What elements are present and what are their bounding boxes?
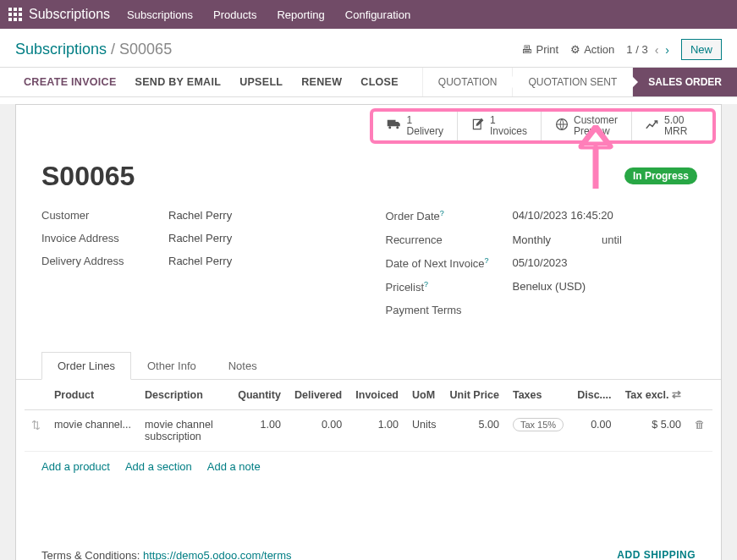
renew-button[interactable]: RENEW [301, 76, 342, 88]
tab-order-lines[interactable]: Order Lines [41, 352, 131, 380]
action-button[interactable]: ⚙Action [570, 43, 614, 56]
gear-icon: ⚙ [570, 43, 580, 56]
globe-icon [555, 118, 569, 135]
col-taxes[interactable]: Taxes [506, 380, 570, 410]
pricelist-label: Pricelist? [386, 280, 513, 294]
menu-products[interactable]: Products [213, 8, 256, 21]
customer-value[interactable]: Rachel Perry [168, 209, 232, 222]
pager-text: 1 / 3 [626, 43, 647, 56]
pager-next[interactable]: › [665, 43, 669, 57]
order-date-value[interactable]: 04/10/2023 16:45:20 [513, 209, 613, 222]
cell-disc[interactable]: 0.00 [570, 410, 618, 452]
tab-other-info[interactable]: Other Info [131, 352, 212, 379]
print-button[interactable]: 🖶Print [521, 43, 558, 56]
apps-switcher[interactable]: Subscriptions [8, 7, 110, 22]
help-icon[interactable]: ? [440, 209, 444, 217]
crumb-current: S00065 [119, 41, 172, 58]
print-icon: 🖶 [521, 43, 532, 56]
col-disc[interactable]: Disc.... [570, 380, 618, 410]
col-product[interactable]: Product [47, 380, 138, 410]
cell-uom[interactable]: Units [405, 410, 443, 452]
help-icon[interactable]: ? [485, 256, 489, 265]
col-description[interactable]: Description [138, 380, 231, 410]
customer-label: Customer [41, 209, 168, 222]
chart-line-icon [646, 118, 659, 134]
table-row[interactable]: ⇅ movie channel... movie channel subscri… [25, 410, 712, 452]
pricelist-value[interactable]: Benelux (USD) [513, 280, 586, 294]
invoice-address-value[interactable]: Rachel Perry [168, 232, 232, 244]
pager: 1 / 3 ‹ › [626, 43, 669, 57]
new-button[interactable]: New [681, 39, 722, 60]
next-invoice-label: Date of Next Invoice? [386, 256, 513, 270]
cell-qty[interactable]: 1.00 [231, 410, 288, 452]
status-badge: In Progress [624, 167, 697, 184]
payment-terms-label: Payment Terms [386, 304, 513, 316]
add-product-link[interactable]: Add a product [41, 460, 110, 473]
cell-invoiced[interactable]: 1.00 [349, 410, 405, 452]
create-invoice-button[interactable]: CREATE INVOICE [24, 76, 117, 88]
topbar: Subscriptions Subscriptions Products Rep… [0, 0, 737, 29]
col-delivered[interactable]: Delivered [288, 380, 349, 410]
add-links: Add a product Add a section Add a note [16, 452, 721, 498]
totals: ADD SHIPPING Untaxed Amount:$ 5.00 Tax 1… [543, 549, 696, 560]
action-row: CREATE INVOICE SEND BY EMAIL UPSELL RENE… [0, 67, 737, 97]
recurrence-label: Recurrence [386, 233, 513, 246]
delete-row-icon[interactable]: 🗑 [688, 410, 712, 452]
status-sales-order[interactable]: SALES ORDER [632, 68, 737, 96]
recurrence-until: until [602, 233, 622, 246]
tabs: Order Lines Other Info Notes [16, 352, 721, 380]
stat-invoices[interactable]: 1Invoices [458, 112, 542, 140]
stat-customer-preview[interactable]: CustomerPreview [542, 112, 632, 140]
cell-product[interactable]: movie channel... [47, 410, 138, 452]
record-title: S00065 [41, 161, 696, 192]
col-uom[interactable]: UoM [405, 380, 443, 410]
form-sheet: 1Delivery 1Invoices CustomerPreview [15, 104, 722, 560]
invoice-address-label: Invoice Address [41, 232, 168, 244]
drag-handle-icon[interactable]: ⇅ [25, 410, 47, 452]
upsell-button[interactable]: UPSELL [239, 76, 283, 88]
recurrence-value[interactable]: Monthly [513, 233, 552, 246]
next-invoice-value[interactable]: 05/10/2023 [513, 256, 568, 270]
crumb-sep: / [107, 41, 119, 58]
send-email-button[interactable]: SEND BY EMAIL [135, 76, 222, 88]
tab-notes[interactable]: Notes [212, 352, 273, 379]
order-lines-table: Product Description Quantity Delivered I… [25, 380, 712, 452]
col-unit-price[interactable]: Unit Price [443, 380, 506, 410]
add-shipping-button[interactable]: ADD SHIPPING [543, 549, 696, 560]
cell-delivered[interactable]: 0.00 [288, 410, 349, 452]
menu-configuration[interactable]: Configuration [345, 8, 410, 21]
add-section-link[interactable]: Add a section [125, 460, 192, 473]
pencil-square-icon [471, 118, 485, 135]
close-button[interactable]: CLOSE [360, 76, 399, 88]
menu-subscriptions[interactable]: Subscriptions [127, 8, 193, 21]
order-date-label: Order Date? [386, 209, 513, 222]
help-icon[interactable]: ? [424, 280, 428, 288]
cell-description[interactable]: movie channel subscription [138, 410, 231, 452]
cell-tax[interactable]: Tax 15% [506, 410, 570, 452]
breadcrumb: Subscriptions / S00065 [15, 41, 172, 58]
breadcrumb-toolbar: Subscriptions / S00065 🖶Print ⚙Action 1 … [0, 29, 737, 67]
truck-icon [387, 118, 402, 134]
delivery-address-label: Delivery Address [41, 255, 168, 267]
terms-link[interactable]: https://demo5.odoo.com/terms [143, 549, 292, 560]
pager-prev[interactable]: ‹ [655, 43, 659, 57]
app-name: Subscriptions [29, 7, 110, 22]
crumb-root[interactable]: Subscriptions [15, 41, 107, 58]
col-invoiced[interactable]: Invoiced [349, 380, 405, 410]
cell-unit[interactable]: 5.00 [443, 410, 506, 452]
stat-buttons: 1Delivery 1Invoices CustomerPreview [370, 108, 716, 144]
settings-icon[interactable]: ⇄ [672, 389, 681, 401]
stat-delivery[interactable]: 1Delivery [373, 112, 458, 140]
delivery-address-value[interactable]: Rachel Perry [168, 255, 232, 267]
add-note-link[interactable]: Add a note [207, 460, 261, 473]
col-tax-excl[interactable]: Tax excl. ⇄ [619, 380, 688, 410]
status-quotation[interactable]: QUOTATION [422, 68, 513, 96]
menu-reporting[interactable]: Reporting [277, 8, 324, 21]
cell-taxexcl: $ 5.00 [619, 410, 688, 452]
col-quantity[interactable]: Quantity [231, 380, 288, 410]
status-bar: QUOTATION QUOTATION SENT SALES ORDER [422, 68, 737, 96]
stat-mrr[interactable]: 5.00MRR [632, 112, 712, 140]
top-menu: Subscriptions Products Reporting Configu… [127, 8, 410, 21]
status-quotation-sent[interactable]: QUOTATION SENT [512, 68, 632, 96]
apps-grid-icon [8, 8, 22, 21]
